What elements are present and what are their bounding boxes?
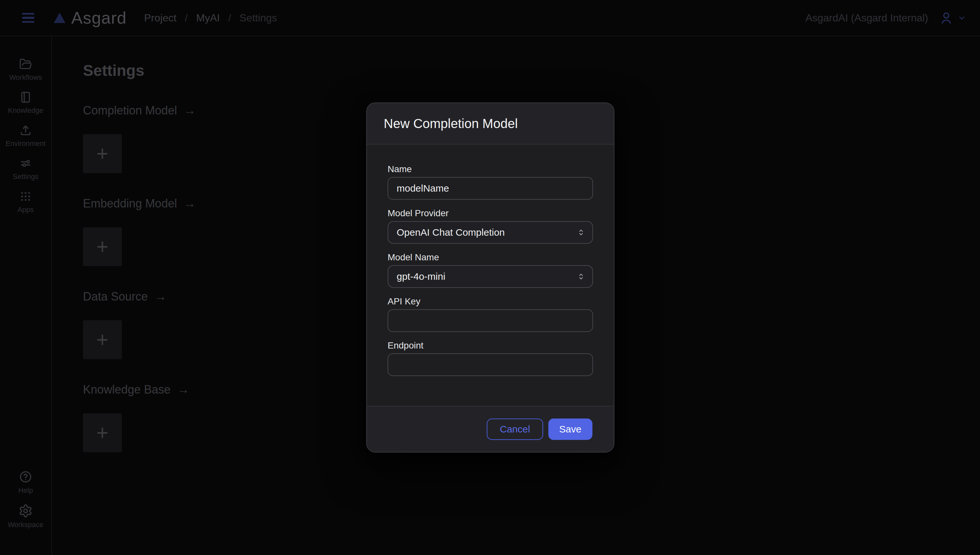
add-knowledge-base-button[interactable]: + [83, 413, 122, 452]
account-label: AsgardAI (Asgard Internal) [805, 12, 928, 24]
sidebar-item-label: Environment [5, 140, 46, 148]
grid-dots-icon [19, 190, 32, 203]
dialog-body: NameModel ProviderOpenAI Chat Completion… [367, 144, 614, 406]
sidebar-item-workflows[interactable]: Workflows [0, 58, 51, 82]
menu-button[interactable] [22, 13, 34, 23]
field-label: API Key [388, 296, 593, 307]
sidebar-item-environment[interactable]: Environment [0, 124, 51, 148]
logo-text: Asgard [71, 8, 127, 27]
chevrons-up-down-icon [576, 272, 586, 281]
sidebar-item-label: Apps [18, 205, 34, 214]
field-label: Name [388, 164, 593, 175]
section-title: Knowledge Base [83, 383, 170, 396]
arrow-right-icon: → [177, 383, 189, 396]
add-data-source-button[interactable]: + [83, 320, 122, 359]
breadcrumb-item-project[interactable]: Project [144, 12, 177, 24]
sidebar-item-label: Help [18, 486, 33, 495]
book-icon [19, 91, 32, 104]
dialog-footer: Cancel Save [367, 406, 614, 452]
folder-open-icon [19, 58, 32, 71]
sidebar-item-label: Settings [13, 172, 38, 181]
chevrons-up-down-icon [576, 228, 586, 237]
add-completion-model-button[interactable]: + [83, 134, 122, 173]
field-label: Endpoint [388, 340, 593, 351]
api-key-input[interactable] [388, 309, 593, 332]
page-title: Settings [83, 62, 980, 79]
save-button[interactable]: Save [548, 419, 592, 440]
section-title: Embedding Model [83, 197, 177, 210]
cancel-button[interactable]: Cancel [487, 419, 543, 440]
app-header: Asgard Project/MyAI/Settings AsgardAI (A… [0, 0, 980, 36]
field-api-key: API Key [388, 296, 593, 332]
sidebar-item-label: Workflows [9, 73, 42, 82]
breadcrumb-separator: / [185, 12, 187, 24]
sidebar: WorkflowsKnowledgeEnvironmentSettingsApp… [0, 36, 52, 555]
account-menu[interactable]: AsgardAI (Asgard Internal) [805, 11, 967, 25]
breadcrumb-item-settings[interactable]: Settings [240, 12, 277, 24]
plus-icon: + [96, 236, 108, 257]
sidebar-item-knowledge[interactable]: Knowledge [0, 91, 51, 115]
dialog-title: New Completion Model [384, 116, 518, 131]
sidebar-item-label: Knowledge [8, 106, 43, 115]
plus-icon: + [96, 143, 108, 164]
sidebar-item-settings[interactable]: Settings [0, 157, 51, 181]
section-title: Data Source [83, 290, 148, 303]
dialog-header: New Completion Model [367, 103, 614, 144]
upload-icon [19, 124, 32, 137]
sidebar-bottom: HelpWorkspace [0, 470, 51, 538]
logo[interactable]: Asgard [54, 8, 127, 27]
person-icon [939, 11, 953, 25]
field-endpoint: Endpoint [388, 340, 593, 376]
sidebar-nav: WorkflowsKnowledgeEnvironmentSettingsApp… [0, 58, 51, 223]
field-label: Model Provider [388, 208, 593, 218]
model-name-select[interactable]: gpt-4o-mini [388, 265, 593, 288]
sliders-icon [19, 157, 32, 170]
sidebar-item-apps[interactable]: Apps [0, 190, 51, 214]
plus-icon: + [96, 422, 108, 443]
arrow-right-icon: → [183, 103, 196, 117]
name-input[interactable] [388, 177, 593, 200]
arrow-right-icon: → [154, 289, 167, 303]
endpoint-input[interactable] [388, 353, 593, 376]
help-circle-icon [19, 470, 32, 484]
field-model-name: Model Namegpt-4o-mini [388, 252, 593, 288]
hamburger-icon [22, 13, 34, 14]
gear-icon [18, 504, 33, 518]
model-provider-select[interactable]: OpenAI Chat Completion [388, 221, 593, 244]
new-completion-model-dialog: New Completion Model NameModel ProviderO… [366, 103, 615, 452]
plus-icon: + [96, 329, 108, 350]
section-title: Completion Model [83, 104, 177, 117]
field-name: Name [388, 164, 593, 200]
select-value: gpt-4o-mini [397, 271, 576, 282]
add-embedding-model-button[interactable]: + [83, 227, 122, 266]
logo-triangle-icon [54, 13, 66, 23]
breadcrumb-separator: / [228, 12, 231, 24]
field-label: Model Name [388, 252, 593, 263]
app-root: Asgard Project/MyAI/Settings AsgardAI (A… [0, 0, 980, 555]
breadcrumb: Project/MyAI/Settings [144, 12, 277, 24]
chevron-down-icon [957, 13, 967, 23]
field-model-provider: Model ProviderOpenAI Chat Completion [388, 208, 593, 244]
breadcrumb-item-myai[interactable]: MyAI [196, 12, 220, 24]
sidebar-item-label: Workspace [8, 521, 43, 529]
sidebar-item-workspace[interactable]: Workspace [0, 504, 51, 529]
sidebar-item-help[interactable]: Help [0, 470, 51, 495]
arrow-right-icon: → [183, 196, 196, 210]
select-value: OpenAI Chat Completion [397, 227, 576, 238]
